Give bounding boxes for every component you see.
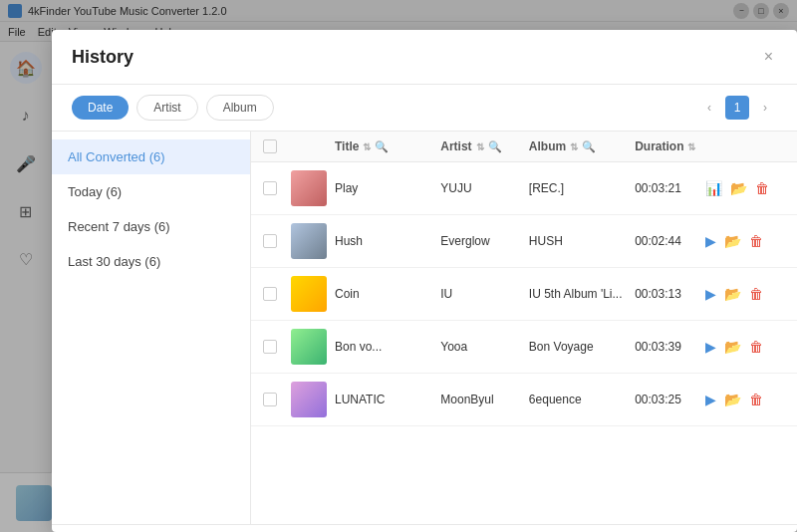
album-sort-icon[interactable]: ⇅	[570, 141, 578, 152]
row-checkbox-0	[263, 181, 291, 195]
title-sort-icon[interactable]: ⇅	[363, 141, 371, 152]
delete-icon-1[interactable]: 🗑	[749, 233, 763, 249]
filter-all-converted[interactable]: All Converted (6)	[52, 139, 250, 174]
modal-title: History	[72, 47, 133, 68]
table-row: LUNATIC MoonByul 6equence 00:03:25 ▶ 📂 🗑	[251, 374, 797, 426]
filter-date-button[interactable]: Date	[72, 96, 129, 120]
left-filter-panel: All Converted (6) Today (6) Recent 7 day…	[52, 132, 251, 524]
header-title-col: Title ⇅ 🔍	[335, 139, 440, 153]
track-actions-3: ▶ 📂 🗑	[705, 339, 785, 355]
filter-artist-button[interactable]: Artist	[136, 95, 197, 121]
track-album-3: Bon Voyage	[529, 340, 635, 354]
track-title-3: Bon vo...	[335, 340, 440, 354]
track-artist-0: YUJU	[440, 181, 529, 195]
filter-last-30-days[interactable]: Last 30 days (6)	[52, 244, 250, 279]
track-album-2: IU 5th Album 'Li...	[529, 287, 635, 301]
duration-header-label: Duration	[635, 139, 683, 153]
folder-icon-4[interactable]: 📂	[724, 392, 741, 407]
track-title-0: Play	[335, 181, 440, 195]
waveform-icon-0[interactable]: 📊	[705, 180, 722, 196]
table-row: Coin IU IU 5th Album 'Li... 00:03:13 ▶ 📂…	[251, 268, 797, 321]
delete-button-area: Delete	[52, 524, 797, 532]
track-duration-2: 00:03:13	[635, 287, 705, 301]
track-list-panel: Title ⇅ 🔍 Artist ⇅ 🔍 Album ⇅ 🔍 Duration …	[251, 132, 797, 524]
delete-icon-0[interactable]: 🗑	[755, 180, 769, 196]
header-checkbox-col	[263, 139, 291, 153]
track-artist-2: IU	[440, 287, 529, 301]
duration-sort-icon[interactable]: ⇅	[687, 141, 695, 152]
filter-recent-7-days[interactable]: Recent 7 days (6)	[52, 209, 250, 244]
folder-icon-1[interactable]: 📂	[724, 233, 741, 249]
folder-icon-3[interactable]: 📂	[724, 339, 741, 355]
track-duration-1: 00:02:44	[635, 234, 705, 248]
play-icon-2[interactable]: ▶	[705, 286, 716, 302]
track-album-0: [REC.]	[529, 181, 635, 195]
track-album-4: 6equence	[529, 393, 635, 406]
title-header-label: Title	[335, 139, 359, 153]
table-row: Hush Everglow HUSH 00:02:44 ▶ 📂 🗑	[251, 215, 797, 268]
play-icon-4[interactable]: ▶	[705, 392, 716, 407]
history-modal: History × Date Artist Album ‹ 1 › All Co…	[52, 30, 797, 532]
modal-close-button[interactable]: ×	[760, 44, 777, 70]
header-album-col: Album ⇅ 🔍	[529, 139, 635, 153]
track-actions-2: ▶ 📂 🗑	[705, 286, 785, 302]
current-page: 1	[725, 96, 749, 120]
track-artist-1: Everglow	[440, 234, 529, 248]
artist-sort-icon[interactable]: ⇅	[476, 141, 484, 152]
table-header: Title ⇅ 🔍 Artist ⇅ 🔍 Album ⇅ 🔍 Duration …	[251, 132, 797, 162]
track-title-2: Coin	[335, 287, 440, 301]
header-artist-col: Artist ⇅ 🔍	[440, 139, 529, 153]
delete-icon-2[interactable]: 🗑	[749, 286, 763, 302]
track-album-1: HUSH	[529, 234, 635, 248]
pagination: ‹ 1 ›	[697, 96, 777, 120]
track-artist-4: MoonByul	[440, 393, 529, 406]
track-actions-0: 📊 📂 🗑	[705, 180, 785, 196]
artist-header-label: Artist	[440, 139, 471, 153]
folder-icon-2[interactable]: 📂	[724, 286, 741, 302]
play-icon-1[interactable]: ▶	[705, 233, 716, 249]
select-all-checkbox[interactable]	[263, 139, 277, 153]
modal-header: History ×	[52, 30, 797, 85]
track-artist-3: Yooa	[440, 340, 529, 354]
track-duration-0: 00:03:21	[635, 181, 705, 195]
filter-today[interactable]: Today (6)	[52, 174, 250, 209]
artist-search-icon[interactable]: 🔍	[488, 140, 502, 153]
title-search-icon[interactable]: 🔍	[375, 140, 389, 153]
content-area: All Converted (6) Today (6) Recent 7 day…	[52, 132, 797, 524]
track-title-1: Hush	[335, 234, 440, 248]
track-actions-4: ▶ 📂 🗑	[705, 392, 785, 407]
filter-album-button[interactable]: Album	[206, 95, 274, 121]
filter-bar: Date Artist Album ‹ 1 ›	[52, 85, 797, 132]
track-title-4: LUNATIC	[335, 393, 440, 406]
track-thumb-0	[291, 170, 335, 206]
table-row: Play YUJU [REC.] 00:03:21 📊 📂 🗑	[251, 162, 797, 215]
delete-icon-4[interactable]: 🗑	[749, 392, 763, 407]
play-icon-3[interactable]: ▶	[705, 339, 716, 355]
delete-icon-3[interactable]: 🗑	[749, 339, 763, 355]
table-row: Bon vo... Yooa Bon Voyage 00:03:39 ▶ 📂 🗑	[251, 321, 797, 374]
album-search-icon[interactable]: 🔍	[582, 140, 596, 153]
folder-icon-0[interactable]: 📂	[730, 180, 747, 196]
next-page-button[interactable]: ›	[753, 96, 777, 120]
track-duration-3: 00:03:39	[635, 340, 705, 354]
track-actions-1: ▶ 📂 🗑	[705, 233, 785, 249]
prev-page-button[interactable]: ‹	[697, 96, 721, 120]
header-duration-col: Duration ⇅	[635, 139, 705, 153]
album-header-label: Album	[529, 139, 566, 153]
track-duration-4: 00:03:25	[635, 393, 705, 406]
